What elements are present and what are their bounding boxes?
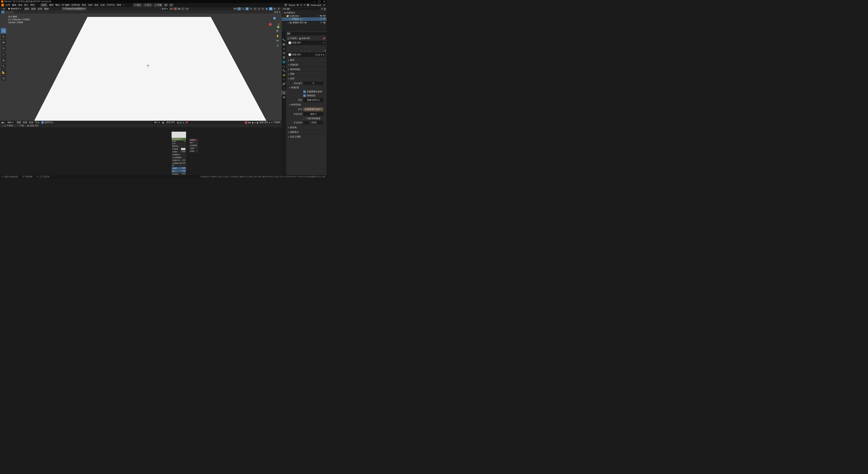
panel-line-art[interactable]: ▸线条画 <box>287 125 326 130</box>
material-slot-dropdown[interactable]: 槽 1 ▾ <box>153 121 161 124</box>
use-nodes-checkbox[interactable]: ✓ 使用节点 <box>41 121 53 124</box>
menu-window[interactable]: 窗口 <box>24 3 29 7</box>
workspace-tab-rendering[interactable]: 渲染 <box>94 3 98 7</box>
step-rate-field[interactable]: 1.0000 <box>303 121 323 124</box>
panel-volume[interactable]: ▸体积(音量) <box>287 67 326 71</box>
snap-target-icon[interactable]: ⊞▾ <box>177 7 181 10</box>
xray-icon[interactable]: ⊡ <box>253 7 257 10</box>
node-menu-view[interactable]: 视图 <box>17 121 21 124</box>
scene-new-icon[interactable]: ◫ <box>300 3 302 6</box>
import-button[interactable]: ↘ 导入 <box>143 3 153 7</box>
shading-matprev-icon[interactable]: ◐ <box>265 7 269 10</box>
prop-tab-scene[interactable]: 🎬 <box>282 55 286 60</box>
node-material-field[interactable]: 材质.001 <box>165 121 176 124</box>
orient-btn-1[interactable] <box>1 11 4 13</box>
mode-selector[interactable]: ◆ 物体模式 ▾ <box>7 7 23 10</box>
breadcrumb-mesh[interactable]: ▽ 平面 <box>17 124 24 127</box>
grid-icon[interactable]: ⊞ <box>164 3 168 7</box>
gizmo-z-axis[interactable]: Z <box>273 17 276 20</box>
node-pin-icon[interactable]: 📌 <box>185 121 188 124</box>
breadcrumb-home-icon[interactable]: ⌂ <box>1 125 3 127</box>
workspace-tab-texture[interactable]: 纹理绘制 <box>71 3 80 7</box>
pan-icon[interactable]: ✋ <box>276 34 280 38</box>
properties-search[interactable] <box>291 32 327 35</box>
workspace-tab-modeling[interactable]: 建模 <box>49 3 54 7</box>
tool-measure[interactable]: 📐 <box>1 69 6 75</box>
panel-surface[interactable]: ▸表(曲)面 <box>287 63 326 67</box>
gizmo-neg-axis[interactable] <box>278 23 280 25</box>
tool-transform[interactable]: ⊕ <box>1 58 6 63</box>
slot-specials-icon[interactable]: ▾ <box>324 50 326 52</box>
scene-unlink-icon[interactable]: ✕ <box>304 3 305 6</box>
workspace-tab-geonodes[interactable]: 几何节点 <box>106 3 115 7</box>
panel-settings[interactable]: ▾设置 <box>287 76 326 81</box>
shading-solid-icon[interactable]: ● <box>261 7 265 10</box>
viewlayer-new-icon[interactable]: ◫ <box>323 3 325 6</box>
prop-tab-viewlayer[interactable]: 🖼 <box>282 51 286 55</box>
scene-field[interactable]: Scene <box>288 4 295 6</box>
zoom-icon[interactable]: 🔍 <box>276 29 280 33</box>
material-slot[interactable]: 材质.001 + <box>287 41 326 45</box>
node-overlay-icon[interactable]: ⊞▾ <box>248 121 251 124</box>
snap-icon[interactable]: 🧲 <box>173 7 177 10</box>
multi-importance-checkbox[interactable]: ✓ <box>303 90 306 93</box>
node-shader-type[interactable]: 物体 ▾ <box>6 121 15 124</box>
export-button[interactable]: ↗ 导出 <box>133 3 142 7</box>
header-select[interactable]: 选择 <box>31 7 36 10</box>
interpolation-field[interactable]: 线性 ▾ <box>303 112 323 116</box>
tree-scene-collection[interactable]: ▾⊞场景集合 <box>282 11 327 14</box>
prop-tab-modifier[interactable]: 🔧 <box>282 68 286 73</box>
tool-select-box[interactable]: ▭ <box>1 28 6 33</box>
workspace-tab-layout[interactable]: 布局 <box>40 3 48 7</box>
prop-tab-material[interactable]: ◉ <box>282 90 286 95</box>
sub-panel-surface[interactable]: ▾表(曲)面 <box>289 85 323 90</box>
header-view[interactable]: 视图 <box>24 7 29 10</box>
orient-btn-2[interactable] <box>4 11 7 13</box>
material-output-node[interactable]: 材质输出 全部 ● 表(曲)面 ● 体积 ● 置换 <box>189 139 198 153</box>
sub-panel-volume[interactable]: ▾体积(音量) <box>289 102 323 107</box>
menu-edit[interactable]: 编辑 <box>12 3 16 7</box>
material-datablock[interactable]: 材质.001 ◫ ⊡ ✕ ▾ <box>287 53 326 57</box>
minimize-button[interactable]: — <box>313 0 315 3</box>
box-icon[interactable]: ◫ <box>169 3 174 7</box>
proportional-type-icon[interactable]: ∿▾ <box>185 7 189 10</box>
panel-displacement[interactable]: ▸置换 <box>287 72 326 76</box>
node-menu-node[interactable]: 节点 <box>35 121 39 124</box>
node-mat-new-icon[interactable]: ◫ <box>180 121 182 124</box>
scene-browse-icon[interactable]: ⊞ <box>297 3 299 6</box>
crumb-object[interactable]: ◫ 平面00 <box>287 37 297 40</box>
node-backdrop-icon[interactable]: ◉ <box>252 121 254 124</box>
tree-plane[interactable]: ▸▽平面00 ◢ ▽ 👁 📷 <box>282 17 327 21</box>
tree-collection[interactable]: ▾📁Collection ✓ 📷 📷 <box>282 14 327 17</box>
outliner-type-icon[interactable]: ≔▾ <box>283 8 286 10</box>
crumb-material[interactable]: ◉ 材质.001 <box>299 37 310 40</box>
proportional-icon[interactable]: ◯ <box>181 7 185 10</box>
menu-file[interactable]: 文件 <box>6 3 10 7</box>
outliner-display-icon[interactable]: ⊞▾ <box>287 8 290 10</box>
camera-view-icon[interactable]: 📷 <box>276 39 280 42</box>
prop-tab-object[interactable]: ◫ <box>282 64 286 68</box>
shading-rendered-icon[interactable]: ◉ <box>269 7 273 10</box>
panel-preview[interactable]: ▸预览 <box>287 58 326 62</box>
node-mat-unlink-icon[interactable]: ✕ <box>183 121 184 124</box>
tool-cursor[interactable]: ✛ <box>1 34 6 39</box>
transparent-shadows-checkbox[interactable]: ✓ <box>303 94 306 97</box>
node-menu-add[interactable]: 添加 <box>29 121 33 124</box>
panel-custom-props[interactable]: ▸自定义属性 <box>287 134 326 139</box>
prop-tab-texture[interactable]: ▦ <box>282 95 286 99</box>
workspace-tab-compositing[interactable]: 合成 <box>100 3 105 7</box>
pin-icon[interactable]: 📌 <box>322 37 325 40</box>
workspace-tab-sculpt[interactable]: 雕刻 <box>55 3 60 7</box>
overlay-dropdown-icon[interactable]: ▾ <box>249 7 253 10</box>
workspace-tab-animation[interactable]: 动画 <box>88 3 92 7</box>
perspective-icon[interactable]: ⊞ <box>276 43 280 48</box>
pause-render-icon[interactable]: ‖ <box>277 7 280 10</box>
breadcrumb-obj[interactable]: ◫ 平面00 <box>4 124 13 127</box>
shading-dropdown-icon[interactable]: ▾ <box>273 7 276 10</box>
outliner-new-collection-icon[interactable]: ⊞ <box>324 8 326 10</box>
header-add[interactable]: 添加 <box>37 7 42 10</box>
close-button[interactable]: ✕ <box>323 0 326 3</box>
homogeneous-checkbox[interactable] <box>303 117 306 120</box>
node-canvas[interactable]: 原理化BSDF BSDF● GGX 随机游走 ● 基础色 次表面0.000 次表… <box>0 127 282 175</box>
displacement-method-field[interactable]: 置换与凹凸 ▾ <box>303 98 323 102</box>
